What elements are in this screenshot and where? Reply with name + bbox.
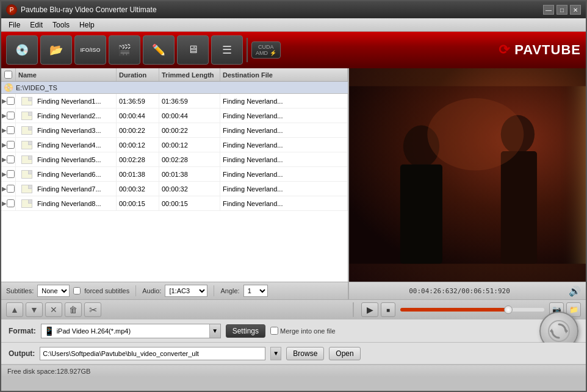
table-row[interactable]: ▶ Finding Neverland4... 00:00:12 00:00:1… <box>1 138 348 152</box>
merge-checkbox[interactable] <box>270 327 278 335</box>
open-folder-button[interactable]: 📂 <box>40 35 72 65</box>
progress-thumb[interactable] <box>504 305 513 314</box>
row-name-text: Finding Neverland3... <box>37 127 101 134</box>
row-checkbox[interactable] <box>7 141 15 149</box>
row-checkbox[interactable] <box>7 97 15 105</box>
stop-button[interactable]: ■ <box>381 302 395 317</box>
output-path-input[interactable] <box>40 347 265 360</box>
preview-button[interactable]: 🖥 <box>177 35 209 65</box>
list-icon: ☰ <box>222 43 232 57</box>
menu-tools[interactable]: Tools <box>48 20 74 30</box>
audio-select[interactable]: [1:AC3 <box>165 285 207 297</box>
row-checkbox[interactable] <box>7 155 15 163</box>
format-label: Format: <box>9 327 36 335</box>
select-all-checkbox[interactable] <box>4 71 12 79</box>
title-bar: P Pavtube Blu-ray Video Converter Ultima… <box>1 1 586 18</box>
load-ifo-button[interactable]: IFO/ISO <box>74 35 106 65</box>
row-checkbox[interactable] <box>7 199 15 207</box>
row-expander[interactable]: ▶ <box>2 127 7 134</box>
table-row[interactable]: ▶ Finding Neverland1... 01:36:59 01:36:5… <box>1 94 348 109</box>
cuda-label: CUDA <box>256 44 276 50</box>
file-list-body[interactable]: 📀 E:\VIDEO_TS ▶ Finding Neverland1... 01… <box>1 82 348 282</box>
table-row[interactable]: ▶ Finding Neverland8... 00:00:15 00:00:1… <box>1 196 348 211</box>
trim-button[interactable]: ✂ <box>84 302 101 317</box>
row-duration: 00:02:28 <box>117 152 159 166</box>
row-dest: Finding Neverland... <box>220 123 348 137</box>
progress-slider[interactable] <box>400 308 544 312</box>
folder-icon: 📂 <box>49 43 63 57</box>
row-expander[interactable]: ▶ <box>2 185 7 192</box>
brand-area: ⟳ PAVTUBE <box>499 42 581 58</box>
remove-button[interactable]: ✕ <box>45 302 62 317</box>
play-button[interactable]: ▶ <box>361 302 378 317</box>
row-expander[interactable]: ▶ <box>2 112 7 119</box>
table-row[interactable]: ▶ Finding Neverland6... 00:01:38 00:01:3… <box>1 167 348 182</box>
row-expander[interactable]: ▶ <box>2 156 7 163</box>
row-name: Finding Neverland6... <box>16 167 117 181</box>
row-name: Finding Neverland5... <box>16 152 117 166</box>
delete-button[interactable]: 🗑 <box>65 302 82 317</box>
row-check-col: ▶ <box>1 167 16 181</box>
menu-bar: File Edit Tools Help <box>1 18 586 32</box>
add-icon: 🎬 <box>118 43 131 57</box>
row-name-text: Finding Neverland6... <box>37 171 101 178</box>
header-dest: Destination File <box>220 68 348 81</box>
row-duration: 00:00:12 <box>117 138 159 152</box>
maximize-button[interactable]: □ <box>556 5 567 15</box>
format-type-icon: 📱 <box>41 326 57 336</box>
settings-button[interactable]: Settings <box>226 324 265 338</box>
load-disc-button[interactable]: 💿 <box>6 35 38 65</box>
main-window: P Pavtube Blu-ray Video Converter Ultima… <box>0 0 587 392</box>
left-controls-bar: Subtitles: None forced subtitles Audio: … <box>1 282 349 299</box>
list-header: Name Duration Trimmed Length Destination… <box>1 68 348 82</box>
angle-select[interactable]: 1 <box>243 285 268 297</box>
row-dest: Finding Neverland... <box>220 94 348 108</box>
row-trimmed: 00:00:44 <box>159 109 220 123</box>
svg-marker-8 <box>566 329 568 333</box>
file-icon-inner <box>21 141 32 149</box>
file-icon-inner <box>21 185 32 193</box>
row-name-text: Finding Neverland4... <box>37 141 101 149</box>
add-video-button[interactable]: 🎬 <box>109 35 140 65</box>
table-row[interactable]: ▶ Finding Neverland2... 00:00:44 00:00:4… <box>1 109 348 123</box>
edit-button[interactable]: ✏️ <box>143 35 175 65</box>
group-header: 📀 E:\VIDEO_TS <box>1 82 348 94</box>
table-row[interactable]: ▶ Finding Neverland5... 00:02:28 00:02:2… <box>1 152 348 167</box>
move-down-button[interactable]: ▼ <box>26 302 43 317</box>
header-trimmed: Trimmed Length <box>159 68 220 81</box>
row-checkbox[interactable] <box>7 185 15 193</box>
row-checkbox[interactable] <box>7 112 15 119</box>
menu-help[interactable]: Help <box>74 20 99 30</box>
open-button[interactable]: Open <box>329 347 360 360</box>
move-up-button[interactable]: ▲ <box>6 302 23 317</box>
table-row[interactable]: ▶ Finding Neverland3... 00:00:22 00:00:2… <box>1 123 348 138</box>
file-list-panel: Name Duration Trimmed Length Destination… <box>1 68 349 282</box>
menu-edit[interactable]: Edit <box>25 20 48 30</box>
minimize-button[interactable]: — <box>543 5 554 15</box>
row-expander[interactable]: ▶ <box>2 98 7 104</box>
format-dropdown-arrow[interactable]: ▼ <box>209 324 220 338</box>
row-name: Finding Neverland3... <box>16 123 117 137</box>
file-icon <box>18 170 35 179</box>
file-action-controls: ▲ ▼ ✕ 🗑 ✂ <box>6 302 354 317</box>
row-checkbox[interactable] <box>7 126 15 134</box>
row-expander[interactable]: ▶ <box>2 200 7 207</box>
row-expander[interactable]: ▶ <box>2 141 7 148</box>
table-row[interactable]: ▶ Finding Neverland7... 00:00:32 00:00:3… <box>1 182 348 196</box>
list-button[interactable]: ☰ <box>211 35 243 65</box>
row-name: Finding Neverland4... <box>16 138 117 152</box>
merge-text: Merge into one file <box>280 327 336 335</box>
output-dropdown-arrow[interactable]: ▼ <box>270 347 281 360</box>
browse-button[interactable]: Browse <box>286 347 324 360</box>
subtitles-select[interactable]: None <box>37 285 70 297</box>
volume-icon[interactable]: 🔊 <box>569 285 581 297</box>
forced-subtitles-checkbox[interactable] <box>73 287 81 294</box>
row-expander[interactable]: ▶ <box>2 171 7 177</box>
close-button[interactable]: ✕ <box>570 5 581 15</box>
merge-label: Merge into one file <box>270 327 336 335</box>
menu-file[interactable]: File <box>4 20 25 30</box>
row-checkbox[interactable] <box>7 170 15 178</box>
row-duration: 00:00:22 <box>117 123 159 137</box>
format-input[interactable] <box>57 327 209 335</box>
file-icon-inner <box>21 112 32 120</box>
